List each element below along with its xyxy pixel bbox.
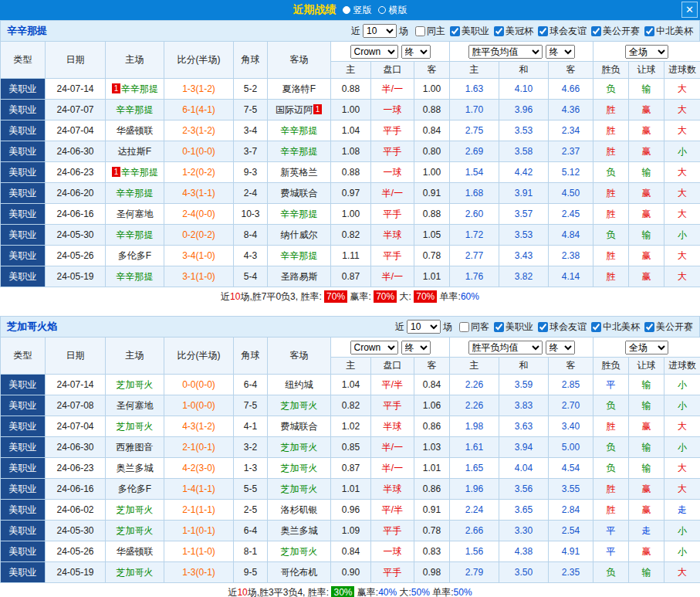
league-cell: 美职业 — [1, 395, 46, 416]
goals-result-cell: 大 — [664, 416, 700, 437]
avg-home-cell: 1.72 — [450, 225, 499, 246]
league-filter-checkbox[interactable]: 球会友谊 — [533, 321, 587, 334]
avg-type-select[interactable]: 胜平负均值 — [468, 45, 543, 59]
header-row-selects: 类型日期主场比分(半场)角球客场Crown终胜平负均值终全场 — [1, 338, 700, 358]
home-team-name: 圣何塞地 — [117, 400, 154, 411]
avg-time-select[interactable]: 终 — [546, 341, 575, 354]
checkbox-input[interactable] — [459, 322, 469, 332]
league-filter-checkbox[interactable]: 美公开赛 — [640, 321, 693, 334]
checkbox-input[interactable] — [494, 322, 504, 332]
league-cell: 美职业 — [1, 541, 46, 562]
layout-option-horizontal[interactable]: 横版 — [378, 4, 407, 17]
score-cell: 2-1(0-1) — [164, 437, 234, 458]
league-filter-group: 同主美职业美冠杯球会友谊美公开赛中北美杯 — [411, 25, 693, 38]
avg-draw-cell: 3.59 — [499, 375, 549, 395]
corners-cell: 1-3 — [234, 458, 268, 479]
checkbox-input[interactable] — [494, 26, 504, 36]
odds-time-select[interactable]: 终 — [401, 341, 431, 354]
avg-draw-cell: 3.30 — [499, 521, 549, 541]
corners-cell: 8-4 — [234, 225, 268, 246]
away-team-cell: 奥兰多城 — [268, 521, 331, 541]
summary-segment: 60% — [461, 291, 479, 302]
league-filter-checkbox[interactable]: 美冠杯 — [489, 25, 533, 38]
close-button[interactable]: ✕ — [681, 2, 698, 18]
league-filter-checkbox[interactable]: 同主 — [411, 25, 445, 38]
avg-home-cell: 2.26 — [450, 375, 499, 395]
team-name-link[interactable]: 辛辛那提 — [7, 24, 47, 38]
column-header: 主场 — [106, 42, 164, 79]
avg-draw-cell: 4.42 — [499, 162, 549, 183]
league-cell: 美职业 — [1, 100, 46, 120]
date-cell: 24-07-08 — [46, 395, 106, 416]
avg-home-cell: 2.75 — [450, 120, 499, 141]
handicap-line-cell: 一球 — [371, 162, 414, 183]
recent-count-select[interactable]: 10 — [407, 320, 441, 334]
league-filter-checkbox[interactable]: 美职业 — [489, 321, 533, 334]
column-header: 客场 — [268, 42, 331, 79]
handicap-result-cell: 输 — [629, 375, 664, 395]
league-filter-label: 美公开赛 — [603, 25, 640, 38]
avg-draw-cell: 3.83 — [499, 395, 549, 416]
recent-count-select[interactable]: 10 — [363, 24, 397, 38]
avg-home-cell: 2.26 — [450, 395, 499, 416]
league-cell: 美职业 — [1, 79, 46, 100]
goals-result-cell: 大 — [664, 183, 700, 204]
home-team-name: 西雅图音 — [117, 442, 154, 453]
avg-draw-cell: 3.65 — [499, 500, 549, 521]
home-team-cell: 华盛顿联 — [106, 120, 164, 141]
scope-select[interactable]: 全场 — [625, 341, 668, 354]
league-cell: 美职业 — [1, 120, 46, 141]
checkbox-input[interactable] — [644, 322, 654, 332]
home-odds-cell: 0.88 — [331, 79, 371, 100]
avg-time-select[interactable]: 终 — [546, 45, 575, 59]
away-odds-cell: 1.03 — [414, 437, 450, 458]
score-cell: 1-3(0-1) — [164, 562, 234, 583]
league-filter-checkbox[interactable]: 中北美杯 — [587, 321, 640, 334]
league-filter-checkbox[interactable]: 美公开赛 — [587, 25, 640, 38]
away-team-cell: 芝加哥火 — [268, 541, 331, 562]
league-filter-checkbox[interactable]: 同客 — [455, 321, 489, 334]
score-cell: 2-1(1-1) — [164, 500, 234, 521]
goals-result-cell: 小 — [664, 225, 700, 246]
avg-type-select[interactable]: 胜平负均值 — [468, 341, 543, 354]
avg-away-cell: 2.45 — [549, 204, 593, 225]
odds-time-select[interactable]: 终 — [401, 45, 431, 59]
league-cell: 美职业 — [1, 458, 46, 479]
score-cell: 4-3(1-2) — [164, 416, 234, 437]
checkbox-input[interactable] — [591, 26, 601, 36]
corners-cell: 7-5 — [234, 395, 268, 416]
league-filter-checkbox[interactable]: 中北美杯 — [640, 25, 693, 38]
avg-draw-cell: 3.82 — [499, 266, 549, 287]
away-team-cell: 国际迈阿1 — [268, 100, 331, 120]
layout-option-vertical[interactable]: 竖版 — [343, 4, 372, 17]
odds-company-select[interactable]: Crown — [350, 341, 398, 354]
checkbox-input[interactable] — [538, 26, 548, 36]
summary-segment: 50% — [411, 587, 430, 597]
column-header: 盘口 — [371, 358, 414, 375]
checkbox-input[interactable] — [538, 322, 548, 332]
home-odds-cell: 0.84 — [331, 541, 371, 562]
checkbox-input[interactable] — [644, 26, 654, 36]
league-filter-checkbox[interactable]: 美职业 — [445, 25, 489, 38]
home-team-cell: 达拉斯F — [106, 141, 164, 162]
wdl-result-cell: 胜 — [593, 204, 629, 225]
match-row: 美职业24-07-07辛辛那提6-1(4-1)7-5国际迈阿11.00一球0.8… — [1, 100, 700, 120]
popup-title: 近期战绩 — [293, 3, 336, 17]
scope-select[interactable]: 全场 — [625, 45, 668, 59]
corners-cell: 6-4 — [234, 375, 268, 395]
away-team-cell: 费城联合 — [268, 416, 331, 437]
checkbox-input[interactable] — [450, 26, 460, 36]
checkbox-input[interactable] — [415, 26, 425, 36]
avg-home-cell: 1.98 — [450, 416, 499, 437]
handicap-result-cell: 赢 — [629, 100, 664, 120]
league-filter-checkbox[interactable]: 球会友谊 — [533, 25, 587, 38]
summary-segment: 70% — [374, 290, 397, 303]
wdl-result-cell: 胜 — [593, 120, 629, 141]
summary-line: 近10场,胜7平0负3, 胜率: 70% 赢率: 70% 大: 70% 单率:6… — [0, 287, 700, 307]
column-header: 角球 — [234, 338, 268, 375]
league-filter-label: 球会友谊 — [550, 321, 587, 334]
odds-company-select[interactable]: Crown — [350, 45, 398, 59]
team-name-link[interactable]: 芝加哥火焰 — [7, 320, 57, 334]
away-odds-cell: 0.83 — [414, 541, 450, 562]
checkbox-input[interactable] — [591, 322, 601, 332]
